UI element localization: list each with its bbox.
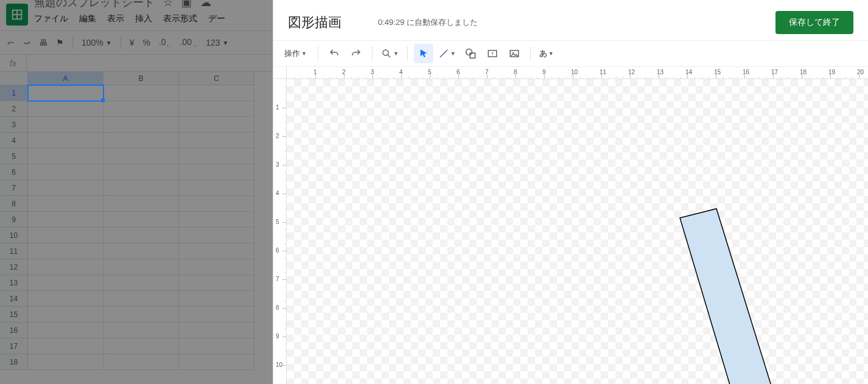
image-tool[interactable] bbox=[505, 44, 524, 63]
cell[interactable] bbox=[28, 117, 103, 133]
menu-format[interactable]: 表示形式 bbox=[163, 13, 197, 24]
text-direction-button[interactable]: あ ▼ bbox=[537, 44, 556, 63]
cell[interactable] bbox=[179, 180, 254, 196]
row-header[interactable]: 15 bbox=[0, 307, 28, 323]
print-icon[interactable]: 🖶 bbox=[39, 38, 47, 47]
cell[interactable] bbox=[103, 148, 179, 164]
menu-file[interactable]: ファイル bbox=[34, 13, 68, 24]
cell[interactable] bbox=[28, 307, 103, 323]
cell[interactable] bbox=[179, 259, 254, 275]
star-icon[interactable]: ☆ bbox=[163, 0, 173, 9]
increase-decimal-button[interactable]: .00→ bbox=[180, 37, 197, 49]
cell[interactable] bbox=[28, 148, 103, 164]
row-header[interactable]: 6 bbox=[0, 164, 28, 180]
doc-title[interactable]: 無題のスプレッドシート bbox=[34, 0, 155, 10]
row-header[interactable]: 4 bbox=[0, 133, 28, 148]
cell[interactable] bbox=[28, 164, 103, 180]
actions-menu[interactable]: 操作▼ bbox=[279, 44, 312, 63]
column-header[interactable]: A bbox=[28, 72, 103, 85]
select-tool[interactable] bbox=[414, 44, 433, 63]
cell[interactable] bbox=[179, 196, 254, 212]
cell[interactable] bbox=[179, 275, 254, 291]
column-header[interactable]: C bbox=[179, 72, 254, 85]
save-and-close-button[interactable]: 保存して終了 bbox=[775, 11, 853, 34]
undo-icon[interactable]: ⤺ bbox=[7, 38, 15, 47]
cell[interactable] bbox=[103, 180, 179, 196]
row-header[interactable]: 8 bbox=[0, 196, 28, 212]
textbox-tool[interactable]: T bbox=[483, 44, 502, 63]
cell[interactable] bbox=[103, 196, 179, 212]
drawn-shape[interactable] bbox=[680, 209, 780, 384]
row-header[interactable]: 17 bbox=[0, 338, 28, 354]
row-header[interactable]: 14 bbox=[0, 291, 28, 307]
cell[interactable] bbox=[103, 323, 179, 338]
shape-tool[interactable] bbox=[461, 44, 480, 63]
cell[interactable] bbox=[28, 275, 103, 291]
cell[interactable] bbox=[103, 275, 179, 291]
cell[interactable] bbox=[179, 354, 254, 370]
cell[interactable] bbox=[179, 85, 254, 101]
cell[interactable] bbox=[28, 338, 103, 354]
cell[interactable] bbox=[179, 164, 254, 180]
cell[interactable] bbox=[103, 117, 179, 133]
cell[interactable] bbox=[179, 148, 254, 164]
row-header[interactable]: 1 bbox=[0, 85, 28, 101]
cell[interactable] bbox=[179, 307, 254, 323]
cell[interactable] bbox=[28, 196, 103, 212]
paint-format-icon[interactable]: ⚑ bbox=[56, 38, 64, 47]
redo-button[interactable] bbox=[346, 44, 366, 63]
cell[interactable] bbox=[179, 117, 254, 133]
cell[interactable] bbox=[179, 323, 254, 338]
row-header[interactable]: 16 bbox=[0, 323, 28, 338]
cell[interactable] bbox=[179, 228, 254, 243]
cell[interactable] bbox=[28, 212, 103, 228]
cell[interactable] bbox=[28, 323, 103, 338]
zoom-menu[interactable]: ▼ bbox=[379, 44, 401, 63]
select-all-corner[interactable] bbox=[0, 72, 28, 85]
cell[interactable] bbox=[103, 354, 179, 370]
cell[interactable] bbox=[179, 338, 254, 354]
row-header[interactable]: 18 bbox=[0, 354, 28, 370]
move-icon[interactable]: ▣ bbox=[181, 0, 192, 9]
row-header[interactable]: 12 bbox=[0, 259, 28, 275]
cell[interactable] bbox=[103, 101, 179, 117]
row-header[interactable]: 2 bbox=[0, 101, 28, 117]
column-header[interactable]: B bbox=[103, 72, 179, 85]
cell[interactable] bbox=[28, 243, 103, 259]
cell[interactable] bbox=[28, 354, 103, 370]
cell[interactable] bbox=[28, 85, 103, 101]
cell[interactable] bbox=[103, 259, 179, 275]
redo-icon[interactable]: ⤻ bbox=[23, 38, 30, 47]
line-tool[interactable]: ▼ bbox=[436, 44, 458, 63]
number-format-select[interactable]: 123 ▼ bbox=[206, 38, 228, 47]
cell[interactable] bbox=[103, 307, 179, 323]
cell[interactable] bbox=[103, 243, 179, 259]
cell[interactable] bbox=[179, 101, 254, 117]
cell[interactable] bbox=[103, 164, 179, 180]
cell[interactable] bbox=[28, 228, 103, 243]
row-header[interactable]: 13 bbox=[0, 275, 28, 291]
drawing-canvas[interactable] bbox=[287, 79, 868, 384]
cell[interactable] bbox=[103, 212, 179, 228]
cell[interactable] bbox=[179, 291, 254, 307]
cell[interactable] bbox=[179, 212, 254, 228]
cell[interactable] bbox=[103, 85, 179, 101]
menu-data[interactable]: デー bbox=[208, 13, 225, 24]
cell[interactable] bbox=[103, 228, 179, 243]
currency-button[interactable]: ¥ bbox=[130, 38, 135, 47]
menu-insert[interactable]: 挿入 bbox=[135, 13, 152, 24]
menu-edit[interactable]: 編集 bbox=[79, 13, 96, 24]
cell[interactable] bbox=[179, 243, 254, 259]
cloud-icon[interactable]: ☁ bbox=[200, 0, 211, 9]
row-header[interactable]: 10 bbox=[0, 228, 28, 243]
menu-view[interactable]: 表示 bbox=[107, 13, 124, 24]
cell[interactable] bbox=[28, 133, 103, 148]
decrease-decimal-button[interactable]: .0← bbox=[159, 37, 172, 49]
percent-button[interactable]: % bbox=[143, 38, 150, 47]
undo-button[interactable] bbox=[324, 44, 344, 63]
cell[interactable] bbox=[28, 180, 103, 196]
row-header[interactable]: 9 bbox=[0, 212, 28, 228]
row-header[interactable]: 5 bbox=[0, 148, 28, 164]
cell[interactable] bbox=[28, 259, 103, 275]
row-header[interactable]: 7 bbox=[0, 180, 28, 196]
